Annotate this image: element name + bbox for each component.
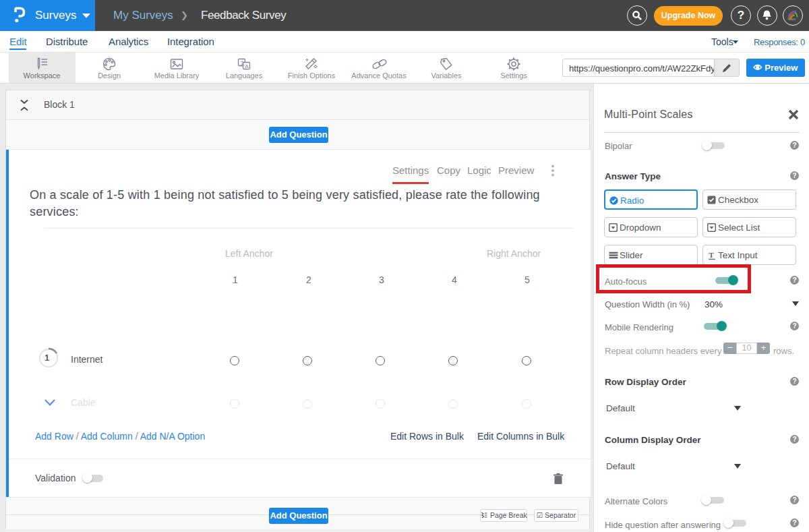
svg-text:T: T [709, 251, 714, 259]
svg-text:A: A [245, 63, 249, 69]
